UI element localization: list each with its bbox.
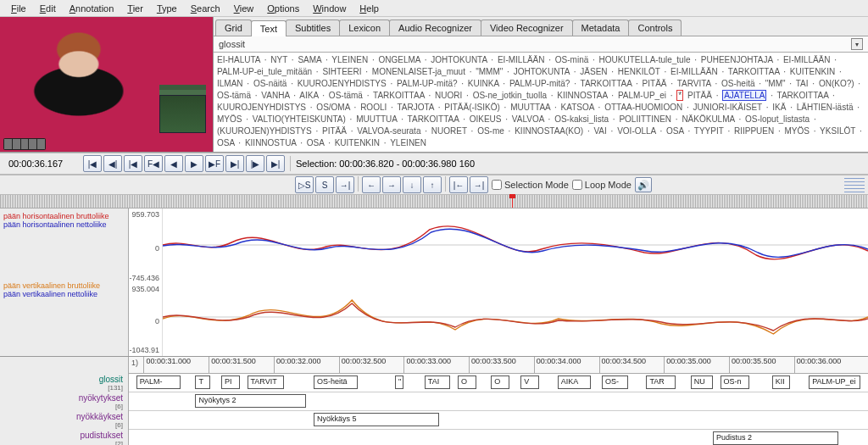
annotation-nyokkays[interactable]: Nyökkäys 5 bbox=[314, 413, 439, 426]
timeseries-canvas[interactable] bbox=[163, 209, 868, 356]
menu-help[interactable]: Help bbox=[353, 3, 385, 14]
tab-text[interactable]: Text bbox=[251, 20, 287, 36]
ruler-tick: 00:00:31.500 bbox=[209, 357, 256, 373]
next-frame-button[interactable]: ▶| bbox=[225, 155, 244, 172]
menu-type[interactable]: Type bbox=[151, 3, 183, 14]
selection-buttons: ▷S S →| ← → ↓ ↑ |← →| bbox=[295, 176, 488, 193]
sel-left-button[interactable]: ← bbox=[362, 176, 381, 193]
menu-options[interactable]: Options bbox=[261, 3, 305, 14]
goto-begin-button[interactable]: |◀ bbox=[83, 155, 102, 172]
sel-right-button[interactable]: → bbox=[382, 176, 401, 193]
tab-subtitles[interactable]: Subtitles bbox=[286, 19, 340, 36]
time-ruler[interactable]: 1) 00:00:31.00000:00:31.50000:00:32.0000… bbox=[129, 357, 868, 374]
tab-grid[interactable]: Grid bbox=[215, 19, 252, 36]
play-selection-button[interactable]: ▷S bbox=[295, 176, 314, 193]
track2-label-a: pään vertikaalinen bruttoliike bbox=[3, 281, 125, 290]
annotation-segment[interactable]: TAR bbox=[646, 375, 676, 389]
annotation-segment[interactable]: PALM- bbox=[136, 375, 181, 389]
sel-end-button[interactable]: →| bbox=[470, 176, 488, 193]
step-back-button[interactable]: F◀ bbox=[144, 155, 163, 172]
gloss-current-blue: AJATELLA bbox=[722, 90, 766, 101]
annotation-segment[interactable]: OS-n bbox=[721, 375, 750, 389]
annotation-segment[interactable]: NU bbox=[691, 375, 713, 389]
play-button[interactable]: ▶ bbox=[185, 155, 203, 172]
track1-label-b: pään horisontaalinen nettoliike bbox=[3, 220, 125, 229]
loop-mode-checkbox[interactable]: Loop Mode bbox=[572, 180, 632, 190]
tier-glossit-label[interactable]: glossit bbox=[99, 375, 123, 384]
annotation-segment[interactable]: O bbox=[458, 375, 476, 389]
resize-grip-icon[interactable] bbox=[844, 177, 865, 192]
tab-controls[interactable]: Controls bbox=[628, 19, 682, 36]
density-overview[interactable] bbox=[0, 195, 868, 209]
annotation-segment[interactable]: V bbox=[520, 375, 539, 389]
playback-toolbar: 00:00:36.167 |◀ ◀| |◀ F◀ ◀ ▶ ▶F ▶| |▶ ▶|… bbox=[0, 153, 868, 175]
selection-toolbar: ▷S S →| ← → ↓ ↑ |← →| Selection Mode Loo… bbox=[0, 175, 868, 195]
menu-tier[interactable]: Tier bbox=[121, 3, 149, 14]
overview-cursor[interactable] bbox=[512, 195, 513, 208]
next-scrollview-button[interactable]: |▶ bbox=[246, 155, 264, 172]
tier-nyokytykset-label[interactable]: nyökytykset bbox=[79, 393, 123, 403]
menu-annotation[interactable]: Annotation bbox=[64, 3, 120, 14]
annotation-segment[interactable]: OS-heitä bbox=[314, 375, 358, 389]
ruler-tick: 00:00:31.000 bbox=[143, 357, 191, 373]
annotation-segment[interactable]: OS- bbox=[602, 375, 628, 389]
ruler-tick: 00:00:32.000 bbox=[274, 357, 321, 373]
annotation-segment[interactable]: PALM-UP_ei bbox=[809, 375, 860, 389]
tab-video-recognizer[interactable]: Video Recognizer bbox=[481, 19, 573, 36]
gloss-between: PITÄÄ · bbox=[687, 91, 722, 100]
video-player[interactable] bbox=[0, 17, 214, 152]
play-back-button[interactable]: ◀ bbox=[164, 155, 183, 172]
tier-nyokytykset-row[interactable]: Nyökytys 2 bbox=[129, 392, 868, 411]
menu-view[interactable]: View bbox=[228, 3, 260, 14]
annotation-segment[interactable]: " bbox=[395, 375, 403, 389]
annotation-segment[interactable]: TAI bbox=[425, 375, 451, 389]
viewer-tabs: Grid Text Subtitles Lexicon Audio Recogn… bbox=[214, 17, 868, 36]
tab-metadata[interactable]: Metadata bbox=[572, 19, 630, 36]
gloss-current-red: * bbox=[676, 90, 683, 101]
selection-mode-checkbox[interactable]: Selection Mode bbox=[492, 180, 569, 190]
annotation-segment[interactable]: TARVIT bbox=[248, 375, 285, 389]
tier-glossit-row[interactable]: PALM-TPITARVITOS-heitä"TAIOOVAIKAOS-TARN… bbox=[129, 374, 868, 392]
ruler-tick: 00:00:35.000 bbox=[664, 357, 711, 373]
menu-search[interactable]: Search bbox=[185, 3, 226, 14]
menu-edit[interactable]: Edit bbox=[34, 3, 62, 14]
gloss-tier-selector[interactable]: glossit ▾ bbox=[214, 36, 868, 53]
tier-pudistukset-label[interactable]: pudistukset bbox=[80, 431, 123, 440]
tab-lexicon[interactable]: Lexicon bbox=[339, 19, 390, 36]
timeseries-track-labels: pään horisontaalinen bruttoliike pään ho… bbox=[0, 209, 129, 356]
video-mini-controls[interactable] bbox=[3, 138, 46, 150]
ruler-tick: 00:00:33.500 bbox=[469, 357, 516, 373]
sel-up-button[interactable]: ↑ bbox=[423, 176, 442, 193]
ruler-tick: 00:00:34.000 bbox=[534, 357, 581, 373]
prev-scrollview-button[interactable]: ◀| bbox=[103, 155, 122, 172]
ruler-tick: 00:00:35.500 bbox=[729, 357, 776, 373]
ruler-tick: 00:00:32.500 bbox=[339, 357, 387, 373]
sel-boundary-right-button[interactable]: →| bbox=[336, 176, 354, 193]
tier-pudistukset-row[interactable]: Pudistus 2 bbox=[129, 430, 868, 445]
annotation-nyokytys[interactable]: Nyökytys 2 bbox=[195, 394, 306, 408]
annotation-segment[interactable]: AIKA bbox=[558, 375, 591, 389]
ruler-tick: 00:00:34.500 bbox=[599, 357, 647, 373]
annotation-pudistus[interactable]: Pudistus 2 bbox=[713, 431, 838, 445]
menu-file[interactable]: File bbox=[5, 3, 32, 14]
gloss-text-area[interactable]: EI-HALUTA · NYT · SAMA · YLEINEN · ONGEL… bbox=[214, 53, 868, 152]
volume-button[interactable]: 🔊 bbox=[635, 177, 652, 192]
tab-audio-recognizer[interactable]: Audio Recognizer bbox=[389, 19, 481, 36]
sel-down-button[interactable]: ↓ bbox=[403, 176, 421, 193]
tier-nyokkaykset-label[interactable]: nyökkäykset bbox=[76, 412, 123, 421]
annotation-segment[interactable]: PI bbox=[221, 375, 240, 389]
menu-window[interactable]: Window bbox=[307, 3, 352, 14]
dropdown-icon[interactable]: ▾ bbox=[851, 38, 863, 50]
goto-end-button[interactable]: ▶| bbox=[266, 155, 285, 172]
prev-frame-button[interactable]: |◀ bbox=[124, 155, 142, 172]
track2-label-b: pään vertikaalinen nettoliike bbox=[3, 290, 125, 298]
clear-selection-button[interactable]: S bbox=[315, 176, 334, 193]
tier-timeline[interactable]: 1) 00:00:31.00000:00:31.50000:00:32.0000… bbox=[129, 357, 868, 445]
y-axis-labels: 959.703 0 -745.436 935.004 0 -1043.91 bbox=[129, 209, 163, 356]
tier-nyokkaykset-row[interactable]: Nyökkäys 5 bbox=[129, 411, 868, 430]
sel-begin-button[interactable]: |← bbox=[449, 176, 468, 193]
step-fwd-button[interactable]: ▶F bbox=[205, 155, 224, 172]
annotation-segment[interactable]: O bbox=[491, 375, 509, 389]
annotation-segment[interactable]: KII bbox=[772, 375, 791, 389]
annotation-segment[interactable]: T bbox=[195, 375, 209, 389]
